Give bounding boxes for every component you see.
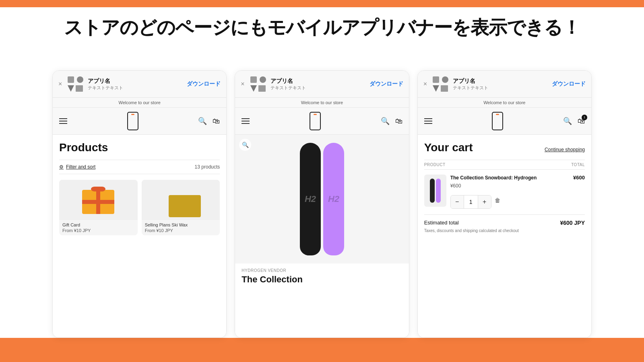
menu-icon-3[interactable] [424, 118, 432, 124]
cart-content: Your cart Continue shopping PRODUCT TOTA… [418, 135, 591, 337]
panels-container: × アプリ名 テキストテキスト ダウンロード Welcome to our st… [52, 70, 592, 338]
search-icon-3[interactable]: 🔍 [563, 117, 572, 125]
product-detail-name: The Collection [242, 274, 402, 285]
product-detail-info: HYDROGEN VENDOR The Collection [235, 263, 409, 290]
products-section: Products ⚙ Filter and sort 13 products [53, 135, 226, 242]
product-card-wax[interactable]: Selling Plans Ski Wax From ¥10 JPY [142, 180, 220, 235]
svg-marker-6 [250, 85, 257, 92]
filter-icon: ⚙ [59, 164, 64, 170]
phone-icon-1 [127, 112, 138, 130]
store-welcome-3: Welcome to our store [418, 98, 591, 108]
svg-rect-7 [258, 85, 266, 92]
zoom-button[interactable]: 🔍 [239, 139, 251, 151]
search-icon-2[interactable]: 🔍 [381, 117, 390, 125]
close-button-1[interactable]: × [58, 80, 62, 88]
nav-right-1: 🔍 🛍 [198, 117, 220, 125]
product-img-gift [59, 180, 138, 220]
menu-icon-1[interactable] [59, 118, 67, 124]
cart-icon-2[interactable]: 🛍 [395, 117, 402, 125]
snowboard-container: 🔍 H2 H2 [235, 135, 409, 263]
app-banner-3: × アプリ名 テキストテキスト ダウンロード [418, 71, 591, 98]
store-header-3: Welcome to our store 🔍 🛍 1 [418, 98, 591, 135]
snowboard-dark: H2 [300, 143, 321, 255]
products-count: 13 products [195, 164, 220, 170]
filter-sort-button[interactable]: ⚙ Filter and sort [59, 164, 95, 170]
download-button-2[interactable]: ダウンロード [369, 80, 403, 88]
cart-count-badge: 1 [582, 115, 587, 120]
app-sub-3: テキストテキスト [453, 85, 548, 91]
phone-icon-2 [310, 112, 321, 130]
cart-item-unit-price: ¥600 [450, 183, 573, 189]
store-nav-2: 🔍 🛍 [235, 108, 409, 134]
download-button-3[interactable]: ダウンロード [552, 80, 586, 88]
filter-bar: ⚙ Filter and sort 13 products [59, 160, 220, 174]
app-name-2: アプリ名 [270, 78, 365, 85]
cart-section: Your cart Continue shopping PRODUCT TOTA… [418, 135, 591, 239]
cart-icon-1[interactable]: 🛍 [213, 117, 220, 125]
store-welcome-2: Welcome to our store [235, 98, 409, 108]
svg-rect-8 [433, 76, 439, 83]
close-button-3[interactable]: × [423, 80, 427, 88]
close-button-2[interactable]: × [241, 80, 244, 88]
cart-badge-icon[interactable]: 🛍 1 [578, 117, 585, 125]
cart-item-details: The Collection Snowboard: Hydrogen ¥600 … [450, 175, 585, 209]
product-detail-content: 🔍 H2 H2 HYDROGEN VENDOR The Collection [235, 135, 409, 337]
delete-item-button[interactable]: 🗑 [495, 197, 500, 204]
panel-products: × アプリ名 テキストテキスト ダウンロード Welcome to our st… [52, 70, 227, 338]
svg-rect-11 [441, 85, 448, 92]
product-img-wax [142, 180, 220, 220]
app-banner-2: × アプリ名 テキストテキスト ダウンロード [235, 71, 409, 98]
app-sub-1: テキストテキスト [88, 85, 183, 91]
app-info-1: アプリ名 テキストテキスト [88, 78, 183, 91]
cart-item-image [424, 175, 446, 207]
top-bar [0, 0, 644, 7]
bottom-bar [0, 338, 644, 362]
app-icon-2 [250, 76, 266, 93]
product-price-wax: From ¥10 JPY [145, 228, 217, 233]
menu-icon-2[interactable] [242, 118, 250, 124]
tax-note: Taxes, discounts and shipping calculated… [424, 228, 585, 233]
vendor-label: HYDROGEN VENDOR [242, 268, 402, 273]
product-detail: 🔍 H2 H2 HYDROGEN VENDOR The Collection [235, 135, 409, 337]
snowboard-graphic: H2 H2 [300, 143, 344, 255]
svg-marker-10 [433, 85, 439, 92]
product-grid: Gift Card From ¥10 JPY Selling Plans Sk [59, 180, 220, 235]
quantity-control: − 1 + [450, 195, 491, 209]
estimated-total: Estimated total ¥600 JPY [424, 220, 585, 226]
col-total-label: TOTAL [571, 162, 585, 167]
app-icon-3 [432, 76, 449, 93]
cart-columns: PRODUCT TOTAL [424, 160, 585, 170]
cart-item-total-price: ¥600 [573, 175, 585, 181]
gift-box-graphic [80, 186, 116, 214]
quantity-decrease-button[interactable]: − [451, 195, 464, 208]
store-nav-3: 🔍 🛍 1 [418, 108, 591, 134]
mini-snowboard-graphic [430, 179, 441, 203]
snowboard-purple: H2 [323, 143, 344, 255]
product-name-wax: Selling Plans Ski Wax [145, 222, 217, 227]
product-name-gift: Gift Card [62, 222, 134, 227]
cart-divider [424, 214, 585, 215]
nav-right-2: 🔍 🛍 [381, 117, 402, 125]
svg-rect-4 [250, 76, 257, 83]
products-title: Products [59, 141, 220, 154]
product-card-gift[interactable]: Gift Card From ¥10 JPY [59, 180, 138, 235]
app-icon-1 [67, 76, 84, 93]
products-content: Products ⚙ Filter and sort 13 products [53, 135, 226, 337]
wax-block-graphic [169, 195, 201, 217]
svg-point-9 [442, 76, 448, 83]
panel-detail: × アプリ名 テキストテキスト ダウンロード Welcome to our st… [235, 70, 409, 338]
product-price-gift: From ¥10 JPY [62, 228, 134, 233]
download-button-1[interactable]: ダウンロード [187, 80, 221, 88]
cart-item: The Collection Snowboard: Hydrogen ¥600 … [424, 175, 585, 209]
cart-item-info: The Collection Snowboard: Hydrogen ¥600 [450, 175, 573, 189]
cart-header: Your cart Continue shopping [424, 141, 585, 154]
app-info-2: アプリ名 テキストテキスト [270, 78, 365, 91]
col-product-label: PRODUCT [424, 162, 446, 167]
app-sub-2: テキストテキスト [270, 85, 365, 91]
cart-item-name: The Collection Snowboard: Hydrogen [450, 175, 573, 181]
page-headline: ストアのどのページにもモバイルアプリバナーを表示できる！ [0, 15, 644, 40]
continue-shopping-link[interactable]: Continue shopping [545, 147, 585, 152]
search-icon-1[interactable]: 🔍 [198, 117, 207, 125]
store-nav-1: 🔍 🛍 [53, 108, 226, 134]
quantity-increase-button[interactable]: + [478, 195, 491, 208]
